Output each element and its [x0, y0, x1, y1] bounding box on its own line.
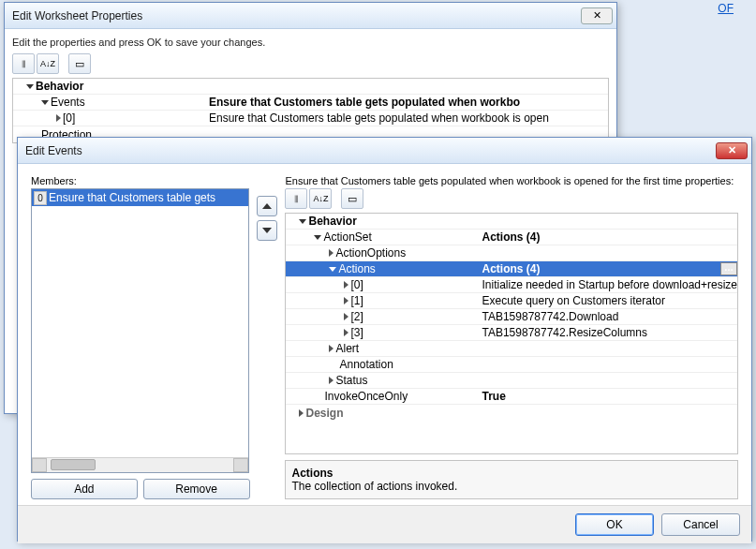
- actionset-label: ActionSet: [323, 230, 371, 244]
- section-design-row[interactable]: Design: [286, 405, 737, 421]
- scroll-left-button[interactable]: [32, 458, 47, 472]
- titlebar: Edit Events ✕: [18, 138, 751, 164]
- events-label: Events: [51, 96, 85, 109]
- members-listbox[interactable]: 0 Ensure that Customers table gets: [31, 188, 249, 473]
- categorized-button[interactable]: ⦀: [12, 53, 35, 74]
- arrow-up-icon: [262, 203, 272, 209]
- status-row[interactable]: Status: [286, 373, 737, 389]
- section-behavior-label: Behavior: [36, 80, 83, 93]
- close-button[interactable]: ✕: [581, 7, 613, 24]
- ok-button[interactable]: OK: [575, 513, 654, 536]
- description-panel: Actions The collection of actions invoke…: [285, 460, 738, 499]
- categorized-button[interactable]: ⦀: [285, 188, 307, 209]
- window-title: Edit Events: [25, 144, 716, 157]
- actionset-value: Actions (4): [478, 230, 737, 244]
- section-behavior-label: Behavior: [308, 215, 356, 228]
- background-link[interactable]: OF: [718, 2, 734, 15]
- property-pages-button[interactable]: ▭: [341, 188, 363, 209]
- section-design-label: Design: [305, 407, 343, 420]
- scroll-right-button[interactable]: [233, 458, 248, 472]
- collapse-icon: [344, 297, 348, 304]
- action-1-row[interactable]: [1] Execute query on Customers iterator: [286, 293, 737, 309]
- events-item-0-value: Ensure that Customers table gets populat…: [205, 111, 608, 125]
- move-up-button[interactable]: [257, 196, 277, 216]
- expand-icon: [41, 100, 49, 105]
- action-3-label: [3]: [350, 326, 363, 339]
- alphabetical-button[interactable]: A↓Z: [309, 188, 332, 209]
- events-item-0-label: [0]: [63, 111, 75, 125]
- events-value: Ensure that Customers table gets populat…: [205, 96, 608, 109]
- section-behavior-row[interactable]: Behavior: [13, 79, 608, 95]
- expand-icon: [26, 84, 34, 89]
- collapse-icon: [329, 249, 334, 257]
- actions-value: Actions (4): [482, 262, 720, 275]
- add-button[interactable]: Add: [31, 479, 138, 499]
- reorder-buttons: [257, 175, 277, 499]
- action-0-row[interactable]: [0] Initialize needed in Startup before …: [286, 277, 737, 293]
- alert-row[interactable]: Alert: [286, 341, 737, 357]
- status-label: Status: [335, 374, 367, 387]
- move-down-button[interactable]: [257, 220, 277, 241]
- action-1-value: Execute query on Customers iterator: [478, 294, 737, 307]
- events-row[interactable]: Events Ensure that Customers table gets …: [13, 95, 608, 111]
- window-title: Edit Worksheet Properties: [12, 9, 581, 22]
- actions-ellipsis-button[interactable]: …: [720, 262, 737, 275]
- property-grid: Behavior Events Ensure that Customers ta…: [12, 78, 609, 143]
- members-buttons: Add Remove: [31, 479, 249, 499]
- action-2-row[interactable]: [2] TAB1598787742.Download: [286, 309, 737, 325]
- action-2-label: [2]: [350, 310, 363, 323]
- collapse-icon: [344, 281, 348, 289]
- titlebar: Edit Worksheet Properties ✕: [5, 3, 616, 29]
- alphabetical-button[interactable]: A↓Z: [37, 53, 59, 74]
- properties-column: Ensure that Customers table gets populat…: [285, 175, 738, 499]
- expand-icon: [314, 235, 321, 240]
- collapse-icon: [329, 377, 334, 384]
- actions-row[interactable]: Actions Actions (4) …: [286, 261, 737, 277]
- property-toolbar: ⦀ A↓Z ▭: [285, 188, 738, 209]
- action-0-value: Initialize needed in Startup before down…: [478, 278, 737, 291]
- horizontal-scrollbar[interactable]: [32, 457, 248, 472]
- action-2-value: TAB1598787742.Download: [478, 310, 737, 323]
- edit-events-window: Edit Events ✕ Members: 0 Ensure that Cus…: [17, 137, 752, 542]
- dialog-button-row: OK Cancel: [18, 505, 751, 543]
- remove-button[interactable]: Remove: [143, 479, 250, 499]
- property-pages-button[interactable]: ▭: [68, 53, 91, 74]
- collapse-icon: [344, 329, 348, 336]
- description-text: The collection of actions invoked.: [291, 480, 732, 493]
- annotation-row[interactable]: Annotation: [286, 357, 737, 373]
- properties-label: Ensure that Customers table gets populat…: [285, 175, 738, 186]
- actionset-row[interactable]: ActionSet Actions (4): [286, 230, 737, 245]
- invokeonceonly-row[interactable]: InvokeOnceOnly True: [286, 389, 737, 405]
- action-3-row[interactable]: [3] TAB1598787742.ResizeColumns: [286, 325, 737, 341]
- scroll-thumb[interactable]: [51, 459, 96, 470]
- description-title: Actions: [291, 467, 732, 480]
- actionoptions-row[interactable]: ActionOptions: [286, 245, 737, 261]
- property-toolbar: ⦀ A↓Z ▭: [12, 53, 609, 74]
- window-body: Members: 0 Ensure that Customers table g…: [18, 164, 751, 505]
- section-behavior-row[interactable]: Behavior: [286, 214, 737, 230]
- action-3-value: TAB1598787742.ResizeColumns: [478, 326, 737, 339]
- cancel-button[interactable]: Cancel: [661, 513, 740, 536]
- members-column: Members: 0 Ensure that Customers table g…: [31, 175, 249, 499]
- members-item-0[interactable]: 0 Ensure that Customers table gets: [32, 189, 248, 206]
- alert-label: Alert: [335, 342, 359, 355]
- expand-icon: [329, 267, 336, 272]
- collapse-icon: [329, 345, 334, 352]
- invokeonceonly-label: InvokeOnceOnly: [324, 390, 408, 403]
- invokeonceonly-value: True: [478, 390, 737, 403]
- instruction-text: Edit the properties and press OK to save…: [12, 37, 609, 48]
- members-label: Members:: [31, 175, 249, 186]
- close-button[interactable]: ✕: [716, 142, 748, 159]
- action-1-label: [1]: [350, 294, 363, 307]
- property-grid: Behavior ActionSet Actions (4) ActionOpt…: [285, 213, 738, 454]
- members-item-index: 0: [34, 191, 47, 205]
- events-item-0-row[interactable]: [0] Ensure that Customers table gets pop…: [13, 111, 608, 126]
- events-body: Members: 0 Ensure that Customers table g…: [31, 175, 738, 499]
- arrow-down-icon: [262, 228, 272, 233]
- actionoptions-label: ActionOptions: [335, 246, 406, 260]
- actions-label: Actions: [338, 262, 375, 275]
- expand-icon: [299, 219, 306, 224]
- members-item-text: Ensure that Customers table gets: [49, 191, 215, 204]
- scroll-track[interactable]: [47, 458, 233, 472]
- action-0-label: [0]: [350, 278, 363, 291]
